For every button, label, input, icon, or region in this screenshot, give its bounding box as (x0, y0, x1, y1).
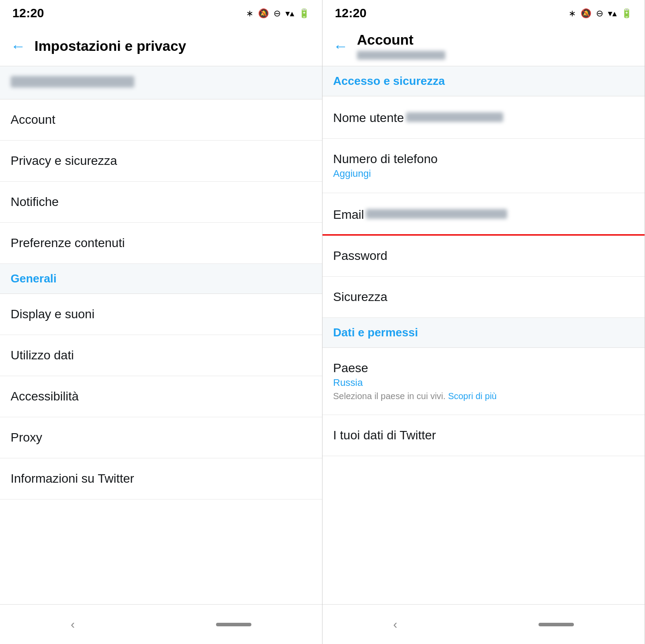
left-bottom-nav: ‹ (0, 604, 322, 644)
menu-item-paese[interactable]: Paese Russia Seleziona il paese in cui v… (322, 348, 645, 415)
menu-item-notifiche[interactable]: Notifiche (0, 182, 322, 223)
menu-item-proxy-label: Proxy (11, 431, 42, 444)
section-generali-title: Generali (11, 272, 57, 285)
menu-item-nome-utente-label: Nome utente (333, 111, 404, 125)
menu-item-info[interactable]: Informazioni su Twitter (0, 458, 322, 499)
right-status-bar: 12:20 ∗ 🔕 ⊖ ▾▴ 🔋 (322, 0, 645, 27)
menu-item-accessibilita-label: Accessibilità (11, 389, 79, 403)
left-back-nav-button[interactable]: ‹ (71, 617, 75, 632)
battery-icon: 🔋 (299, 8, 310, 19)
right-bottom-nav: ‹ (322, 604, 645, 644)
right-status-time: 12:20 (335, 6, 367, 20)
left-username-section (0, 66, 322, 99)
section-dati-header: Dati e permessi (322, 318, 645, 348)
section-dati-title: Dati e permessi (333, 326, 418, 339)
menu-item-nome-utente[interactable]: Nome utente (322, 96, 645, 139)
left-header: ← Impostazioni e privacy (0, 27, 322, 66)
menu-item-sicurezza[interactable]: Sicurezza (322, 277, 645, 318)
left-home-indicator (216, 623, 251, 626)
right-battery-icon: 🔋 (621, 8, 632, 19)
section-accesso-title: Accesso e sicurezza (333, 74, 445, 88)
left-back-button[interactable]: ← (11, 38, 26, 55)
menu-item-email[interactable]: Email (322, 193, 645, 236)
right-back-nav-button[interactable]: ‹ (393, 617, 397, 632)
menu-item-password[interactable]: Password (322, 236, 645, 277)
menu-item-notifiche-label: Notifiche (11, 195, 59, 209)
menu-item-utilizzo[interactable]: Utilizzo dati (0, 335, 322, 376)
menu-item-email-label: Email (333, 208, 364, 221)
right-header-text: Account (357, 32, 445, 61)
menu-item-display-label: Display e suoni (11, 307, 95, 321)
menu-item-email-value (366, 209, 507, 219)
right-home-indicator (539, 623, 574, 626)
menu-item-telefono-label: Numero di telefono (333, 152, 438, 166)
section-generali-header: Generali (0, 264, 322, 294)
left-panel: 12:20 ∗ 🔕 ⊖ ▾▴ 🔋 ← Impostazioni e privac… (0, 0, 322, 644)
menu-item-telefono-subtitle: Aggiungi (333, 168, 634, 179)
menu-item-privacy[interactable]: Privacy e sicurezza (0, 141, 322, 182)
right-header: ← Account (322, 27, 645, 66)
right-minus-circle-icon: ⊖ (596, 8, 603, 19)
menu-item-privacy-label: Privacy e sicurezza (11, 154, 117, 168)
minus-circle-icon: ⊖ (273, 8, 281, 19)
left-status-bar: 12:20 ∗ 🔕 ⊖ ▾▴ 🔋 (0, 0, 322, 27)
menu-item-proxy[interactable]: Proxy (0, 417, 322, 458)
paese-learn-more-link[interactable]: Scopri di più (448, 391, 497, 401)
menu-item-account-label: Account (11, 113, 55, 126)
right-back-button[interactable]: ← (333, 38, 348, 55)
left-username-blurred (11, 76, 134, 88)
right-bell-off-icon: 🔕 (580, 8, 592, 19)
menu-item-account[interactable]: Account (0, 99, 322, 141)
menu-item-nome-utente-value (406, 112, 503, 122)
menu-item-display[interactable]: Display e suoni (0, 294, 322, 335)
right-menu-list: Nome utente Numero di telefono Aggiungi … (322, 96, 645, 604)
right-wifi-icon: ▾▴ (608, 8, 617, 19)
menu-item-paese-label: Paese (333, 361, 368, 375)
left-menu-list: Account Privacy e sicurezza Notifiche Pr… (0, 99, 322, 604)
menu-item-preferenze[interactable]: Preferenze contenuti (0, 223, 322, 264)
menu-item-password-label: Password (333, 249, 387, 263)
bluetooth-icon: ∗ (246, 8, 254, 19)
menu-item-paese-subtitle: Russia (333, 377, 634, 389)
left-status-time: 12:20 (12, 6, 44, 20)
menu-item-utilizzo-label: Utilizzo dati (11, 348, 74, 362)
wifi-icon: ▾▴ (285, 8, 294, 19)
section-accesso-header: Accesso e sicurezza (322, 66, 645, 96)
menu-item-info-label: Informazioni su Twitter (11, 472, 134, 485)
menu-item-paese-note: Seleziona il paese in cui vivi. Scopri d… (333, 391, 634, 401)
menu-item-preferenze-label: Preferenze contenuti (11, 236, 125, 250)
left-status-icons: ∗ 🔕 ⊖ ▾▴ 🔋 (246, 8, 310, 19)
menu-item-tuoi-dati[interactable]: I tuoi dati di Twitter (322, 415, 645, 456)
right-page-subtitle (357, 49, 445, 61)
menu-item-sicurezza-label: Sicurezza (333, 290, 387, 304)
right-bluetooth-icon: ∗ (569, 8, 576, 19)
right-page-title: Account (357, 32, 445, 48)
right-status-icons: ∗ 🔕 ⊖ ▾▴ 🔋 (569, 8, 632, 19)
left-page-title: Impostazioni e privacy (34, 38, 186, 54)
bell-off-icon: 🔕 (258, 8, 269, 19)
right-panel: 12:20 ∗ 🔕 ⊖ ▾▴ 🔋 ← Account Accesso e sic… (322, 0, 645, 644)
menu-item-tuoi-dati-label: I tuoi dati di Twitter (333, 428, 436, 442)
menu-item-accessibilita[interactable]: Accessibilità (0, 376, 322, 417)
menu-item-telefono[interactable]: Numero di telefono Aggiungi (322, 139, 645, 193)
